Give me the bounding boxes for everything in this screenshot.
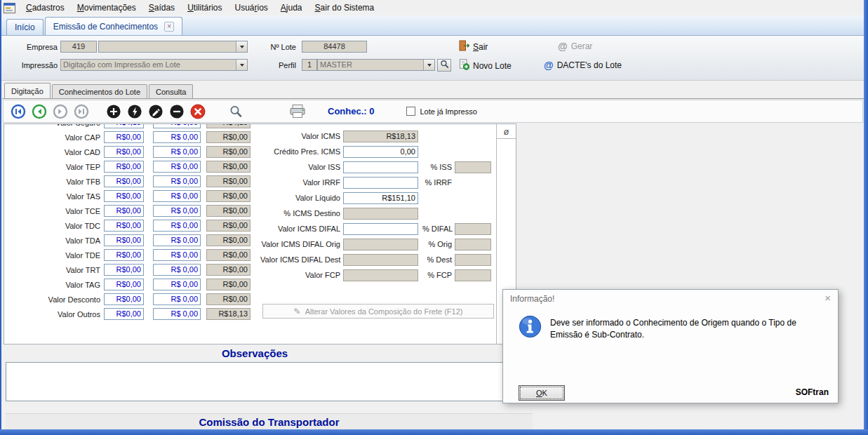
subtab-1[interactable]: Conhecimentos do Lote (52, 84, 147, 98)
value-field-col2[interactable]: R$ 0,00 (153, 264, 201, 276)
dropdown-arrow-icon[interactable] (423, 60, 434, 70)
menu-item[interactable]: Cadastros (20, 0, 71, 15)
oslash-icon[interactable]: ø (497, 124, 516, 139)
value-field-col2[interactable]: R$ 0,00 (153, 293, 201, 305)
empresa-combo[interactable] (98, 41, 248, 53)
right-field-label: % ICMS Destino (260, 209, 343, 218)
info-icon (519, 315, 542, 338)
menu-item[interactable]: Movimentações (71, 0, 142, 15)
checkbox-box-icon[interactable] (406, 107, 415, 116)
nav-prior-button[interactable] (32, 104, 47, 119)
menu-item[interactable]: Usuários (228, 0, 274, 15)
value-field-col1[interactable]: R$0,00 (104, 131, 144, 143)
value-field-col1[interactable]: R$0,00 (104, 264, 144, 276)
right-field-row: Valor ICMS DIFAL% DIFAL (260, 222, 491, 235)
edit-record-button[interactable] (148, 104, 163, 119)
lote-impresso-checkbox[interactable]: Lote já Impresso (406, 107, 476, 116)
value-field-col2[interactable]: R$ 0,00 (153, 123, 201, 128)
subtab-2[interactable]: Consulta (149, 84, 193, 98)
value-field-col2[interactable]: R$ 0,00 (153, 220, 201, 232)
alterar-valores-button[interactable]: ✎ Alterar Valores da Composição do Frete… (262, 304, 494, 319)
novo-lote-button-label: Novo Lote (473, 61, 512, 71)
right-field-value[interactable] (343, 177, 418, 189)
subtab-0[interactable]: Digitação (4, 83, 51, 98)
value-field-col1[interactable]: R$0,00 (104, 161, 144, 173)
right-field-label: Valor ICMS DIFAL (260, 225, 343, 233)
dacte-button[interactable]: @ DACTE's do Lote (544, 60, 622, 71)
value-field-col1[interactable]: R$4,10 (104, 123, 144, 128)
lote-label: Nº Lote (253, 43, 296, 51)
observacoes-title: Observações (6, 347, 504, 359)
delete-record-button[interactable] (169, 104, 185, 119)
add-record-button[interactable] (106, 104, 121, 119)
value-field-col3: R$0,00 (206, 264, 251, 276)
right-field-row: Valor ICMSR$18,13 (260, 130, 418, 142)
tab-inicio[interactable]: Início (6, 19, 44, 35)
pct-label: % ISS (422, 163, 455, 171)
nav-next-button[interactable] (53, 104, 68, 119)
search-records-button[interactable] (228, 104, 243, 119)
impressao-combo[interactable]: Digitação com Impressão em Lote (60, 59, 248, 71)
perfil-combo[interactable]: MASTER (317, 59, 435, 71)
value-field-col3: R$0,00 (206, 249, 251, 261)
value-field-col1[interactable]: R$0,00 (104, 205, 144, 217)
perfil-search-button[interactable] (437, 59, 451, 72)
print-button[interactable] (288, 104, 307, 119)
value-field-col2[interactable]: R$ 0,00 (153, 161, 201, 173)
value-field-col3: R$0,00 (206, 131, 251, 143)
value-field-col3: R$0,00 (206, 279, 251, 290)
pct-field (455, 223, 491, 235)
value-field-col2[interactable]: R$ 0,00 (153, 205, 201, 217)
menu-item[interactable]: Sair do Sistema (309, 0, 381, 15)
right-field-label: Valor ICMS (260, 132, 343, 140)
value-field-col2[interactable]: R$ 0,00 (153, 249, 201, 261)
dropdown-arrow-icon[interactable] (236, 41, 247, 52)
value-field-col1[interactable]: R$0,00 (104, 279, 144, 290)
menu-item[interactable]: Saídas (142, 0, 181, 15)
right-field-value[interactable]: R$151,10 (343, 192, 418, 204)
right-field-value[interactable] (343, 223, 418, 235)
menu-item[interactable]: Utilitários (181, 0, 228, 15)
value-field-col2[interactable]: R$ 0,00 (153, 175, 201, 187)
value-field-col2[interactable]: R$ 0,00 (153, 190, 201, 202)
cancel-record-button[interactable] (190, 104, 206, 119)
right-field-label: Valor ISS (260, 163, 343, 171)
value-field-col1[interactable]: R$0,00 (104, 293, 144, 305)
value-field-col1[interactable]: R$0,00 (104, 146, 144, 158)
menu-item[interactable]: Ajuda (274, 0, 309, 15)
menu-bar: CadastrosMovimentaçõesSaídasUtilitáriosU… (1, 0, 864, 15)
novo-lote-button[interactable]: Novo Lote (459, 59, 512, 72)
tab-close-icon[interactable]: × (164, 22, 174, 32)
tab-emissao-conhecimentos[interactable]: Emissão de Conhecimentos × (45, 17, 182, 35)
dialog-close-icon[interactable]: × (824, 293, 831, 303)
dropdown-arrow-icon[interactable] (236, 60, 247, 70)
value-field-col2[interactable]: R$ 0,00 (153, 308, 201, 320)
dialog-title: Informação! (510, 294, 554, 304)
impressao-combo-value: Digitação com Impressão em Lote (61, 60, 236, 70)
window-frame-bottom (0, 429, 868, 435)
ok-button[interactable]: OK (519, 385, 565, 401)
sair-button[interactable]: Sair (459, 40, 488, 53)
value-field-col1[interactable]: R$0,00 (104, 249, 144, 261)
right-field-value[interactable] (343, 161, 418, 173)
post-record-button[interactable] (127, 104, 142, 119)
value-row-label: Valor Outros (4, 310, 104, 319)
right-field-value[interactable]: 0,00 (343, 146, 418, 158)
at-icon: @ (558, 41, 568, 52)
gerar-button[interactable]: @ Gerar (558, 41, 592, 52)
app-icon (4, 2, 17, 13)
value-field-col2[interactable]: R$ 0,00 (153, 279, 201, 290)
value-field-col1[interactable]: R$0,00 (104, 234, 144, 246)
value-field-col1[interactable]: R$0,00 (104, 308, 144, 320)
value-field-col2[interactable]: R$ 0,00 (153, 234, 201, 246)
value-field-col1[interactable]: R$0,00 (104, 175, 144, 187)
value-field-col2[interactable]: R$ 0,00 (153, 146, 201, 158)
value-field-col1[interactable]: R$0,00 (104, 220, 144, 232)
nav-first-button[interactable] (11, 104, 26, 119)
value-field-col1[interactable]: R$0,00 (104, 190, 144, 202)
observacoes-textarea[interactable] (6, 362, 503, 401)
dacte-button-label: DACTE's do Lote (557, 60, 622, 70)
nav-last-button[interactable] (74, 104, 89, 119)
value-field-col3: R$0,00 (206, 234, 251, 246)
value-field-col2[interactable]: R$ 0,00 (153, 131, 201, 143)
